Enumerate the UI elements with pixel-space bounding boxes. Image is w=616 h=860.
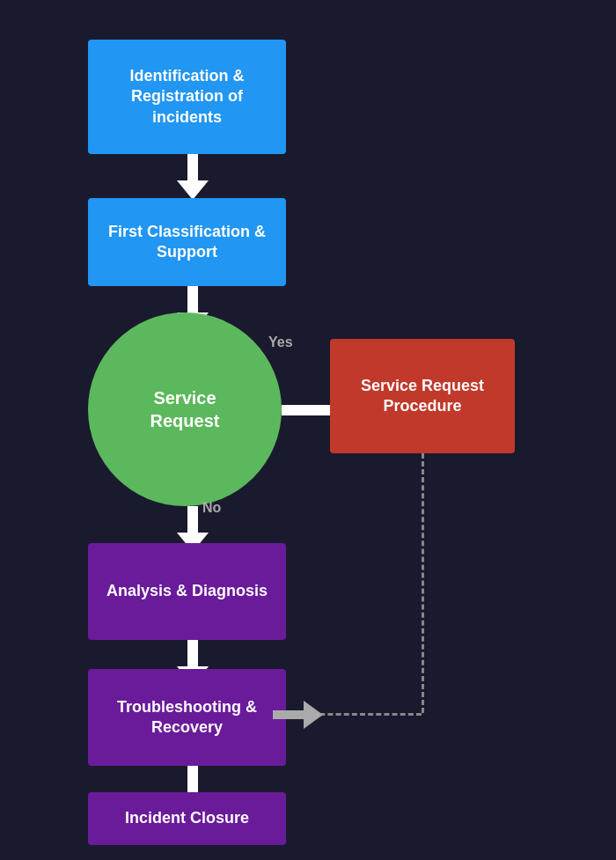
identification-box: Identification & Registration of inciden… (88, 40, 286, 154)
troubleshooting-label: Troubleshooting & Recovery (97, 697, 277, 739)
classification-label: First Classification & Support (97, 222, 277, 263)
troubleshooting-box: Troubleshooting & Recovery (88, 669, 286, 766)
analysis-label: Analysis & Diagnosis (106, 581, 268, 601)
dashed-vertical (422, 453, 424, 713)
yes-label: Yes (268, 334, 293, 350)
arrow-down-1 (177, 154, 209, 200)
service-request-label: Service Request (150, 386, 220, 432)
incident-closure-box: Incident Closure (88, 792, 286, 845)
service-request-procedure-label: Service Request Procedure (339, 376, 506, 417)
incident-closure-label: Incident Closure (125, 808, 249, 828)
arrow-left-dashed (273, 701, 323, 729)
identification-label: Identification & Registration of inciden… (97, 66, 277, 128)
service-request-procedure-box: Service Request Procedure (330, 339, 515, 453)
analysis-box: Analysis & Diagnosis (88, 543, 286, 640)
classification-box: First Classification & Support (88, 198, 286, 286)
diagram-container: Identification & Registration of inciden… (0, 0, 616, 860)
service-request-circle: Service Request (88, 312, 282, 506)
